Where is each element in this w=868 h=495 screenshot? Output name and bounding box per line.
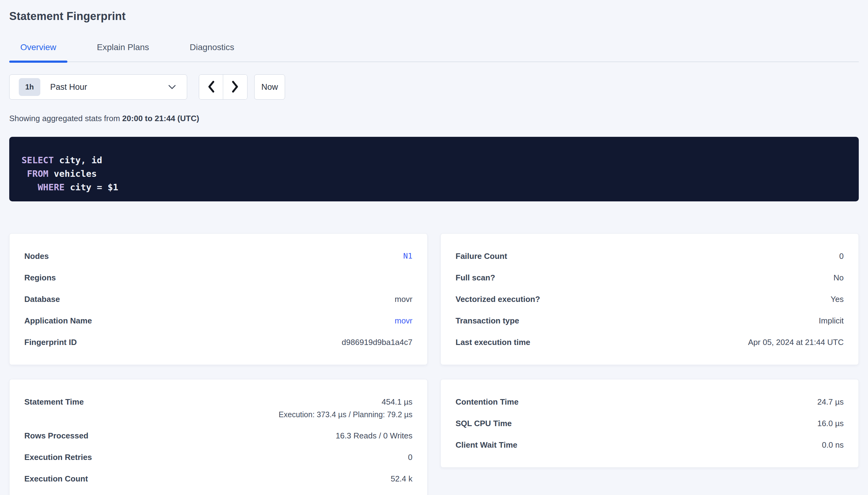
tab-explain-plans-label: Explain Plans	[97, 42, 149, 52]
row-sql-cpu-time: SQL CPU Time 16.0 µs	[456, 413, 844, 434]
row-failure-count: Failure Count 0	[456, 245, 844, 267]
row-transaction-type: Transaction type Implicit	[456, 310, 844, 331]
tab-diagnostics-label: Diagnostics	[190, 42, 234, 52]
sql-indent	[21, 169, 27, 179]
row-execution-count-value: 52.4 k	[391, 474, 412, 483]
time-range-badge: 1h	[19, 78, 40, 96]
row-statement-time: Statement Time 454.1 µs Execution: 373.4…	[24, 391, 412, 425]
row-failure-count-value: 0	[839, 252, 844, 261]
row-execution-retries-label: Execution Retries	[24, 453, 92, 462]
sql-keyword: SELECT	[21, 155, 54, 166]
row-failure-count-label: Failure Count	[456, 252, 507, 261]
tab-overview[interactable]: Overview	[9, 42, 67, 62]
row-execution-count: Execution Count 52.4 k	[24, 468, 412, 490]
execution-stats-card: Statement Time 454.1 µs Execution: 373.4…	[9, 379, 428, 495]
row-regions-label: Regions	[24, 273, 56, 282]
row-client-wait-time-value: 0.0 ns	[822, 440, 844, 449]
row-rows-processed: Rows Processed 16.3 Reads / 0 Writes	[24, 425, 412, 446]
row-database-value: movr	[395, 294, 412, 304]
row-statement-time-label: Statement Time	[24, 397, 84, 407]
row-rows-processed-label: Rows Processed	[24, 431, 88, 440]
sql-text: vehicles	[48, 169, 97, 179]
row-execution-retries-value: 0	[408, 453, 412, 462]
sql-statement-box: SELECT city, id FROM vehicles WHERE city…	[9, 137, 859, 201]
row-client-wait-time: Client Wait Time 0.0 ns	[456, 434, 844, 456]
chevron-right-icon	[231, 80, 240, 95]
row-fingerprint-id: Fingerprint ID d986919d9ba1a4c7	[24, 331, 412, 353]
row-full-scan: Full scan? No	[456, 267, 844, 288]
tab-diagnostics[interactable]: Diagnostics	[179, 42, 245, 62]
row-contention-time: Contention Time 24.7 µs	[456, 391, 844, 413]
tab-explain-plans[interactable]: Explain Plans	[86, 42, 160, 62]
now-button[interactable]: Now	[254, 74, 285, 100]
sql-line: SELECT city, id	[21, 153, 847, 167]
nodes-link[interactable]: N1	[403, 252, 412, 261]
row-execution-count-label: Execution Count	[24, 474, 88, 483]
row-database: Database movr	[24, 288, 412, 310]
chevron-left-icon	[207, 80, 216, 95]
row-full-scan-label: Full scan?	[456, 273, 495, 282]
row-vectorized-label: Vectorized execution?	[456, 294, 540, 304]
row-client-wait-time-label: Client Wait Time	[456, 440, 518, 449]
sql-line: FROM vehicles	[21, 167, 847, 181]
row-last-execution-time-value: Apr 05, 2024 at 21:44 UTC	[748, 338, 844, 347]
row-sql-cpu-time-value: 16.0 µs	[817, 419, 844, 428]
row-nodes-label: Nodes	[24, 252, 49, 261]
row-contention-time-label: Contention Time	[456, 397, 519, 407]
row-last-execution-time-label: Last execution time	[456, 338, 530, 347]
row-regions: Regions	[24, 267, 412, 288]
execution-attributes-card: Failure Count 0 Full scan? No Vectorized…	[440, 233, 859, 365]
prev-time-range-button[interactable]	[199, 75, 223, 99]
row-statement-time-value: 454.1 µs	[382, 397, 412, 407]
row-statement-time-subvalue: Execution: 373.4 µs / Planning: 79.2 µs	[279, 410, 412, 419]
row-vectorized: Vectorized execution? Yes	[456, 288, 844, 310]
row-vectorized-value: Yes	[831, 294, 844, 304]
chevron-down-icon	[168, 84, 176, 90]
aggregated-stats-range: 20:00 to 21:44 (UTC)	[122, 114, 199, 123]
row-rows-processed-value: 16.3 Reads / 0 Writes	[335, 431, 412, 440]
sql-keyword: FROM	[27, 169, 48, 179]
row-nodes: Nodes N1	[24, 245, 412, 267]
sql-keyword: WHERE	[37, 182, 64, 192]
row-fingerprint-id-value: d986919d9ba1a4c7	[342, 338, 412, 347]
time-range-pager	[199, 74, 247, 100]
row-application-name: Application Name movr	[24, 310, 412, 331]
sql-line: WHERE city = $1	[21, 181, 847, 194]
sql-indent	[21, 182, 37, 192]
aggregated-stats-line: Showing aggregated stats from 20:00 to 2…	[9, 114, 859, 123]
row-database-label: Database	[24, 294, 60, 304]
tab-overview-label: Overview	[20, 42, 56, 52]
sql-text: city, id	[54, 155, 102, 166]
row-application-name-label: Application Name	[24, 316, 92, 325]
application-name-link[interactable]: movr	[395, 316, 412, 325]
row-full-scan-value: No	[834, 273, 844, 282]
row-execution-retries: Execution Retries 0	[24, 446, 412, 468]
statement-fingerprint-page: Statement Fingerprint Overview Explain P…	[0, 0, 868, 495]
row-last-execution-time: Last execution time Apr 05, 2024 at 21:4…	[456, 331, 844, 353]
statement-details-card: Nodes N1 Regions Database movr Applicati…	[9, 233, 428, 365]
tab-bar: Overview Explain Plans Diagnostics	[9, 42, 859, 62]
next-time-range-button[interactable]	[223, 75, 247, 99]
wait-times-card: Contention Time 24.7 µs SQL CPU Time 16.…	[440, 379, 859, 468]
time-range-label: Past Hour	[50, 82, 87, 92]
summary-cards-grid: Nodes N1 Regions Database movr Applicati…	[9, 233, 859, 495]
page-title: Statement Fingerprint	[9, 10, 859, 23]
row-transaction-type-label: Transaction type	[456, 316, 519, 325]
time-range-dropdown[interactable]: 1h Past Hour	[9, 74, 187, 100]
time-picker-toolbar: 1h Past Hour	[9, 74, 859, 100]
aggregated-stats-prefix: Showing aggregated stats from	[9, 114, 122, 123]
row-contention-time-value: 24.7 µs	[817, 397, 844, 407]
sql-text: city = $1	[65, 182, 118, 192]
row-fingerprint-id-label: Fingerprint ID	[24, 338, 77, 347]
row-sql-cpu-time-label: SQL CPU Time	[456, 419, 512, 428]
row-transaction-type-value: Implicit	[819, 316, 844, 325]
